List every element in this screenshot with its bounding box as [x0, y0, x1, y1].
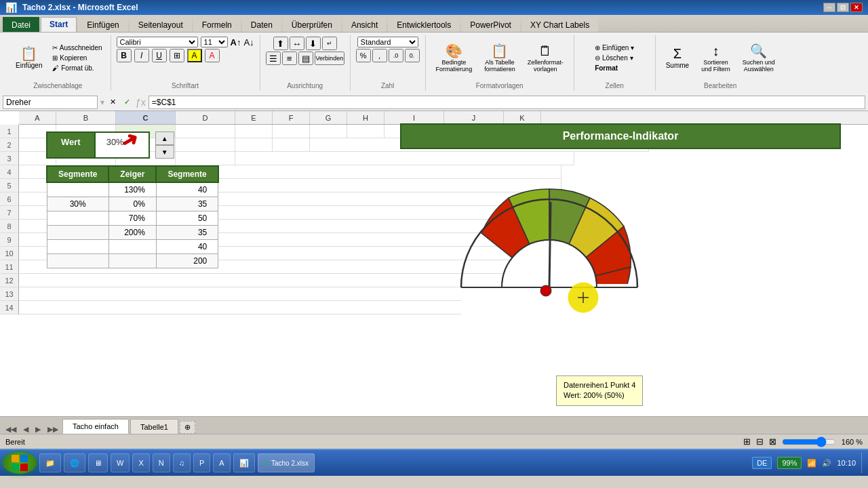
tab-daten[interactable]: Daten	[242, 17, 281, 32]
align-center-button[interactable]: ≡	[282, 52, 297, 65]
cell-d2[interactable]	[176, 138, 235, 152]
tab-ueberpruefen[interactable]: Überprüfen	[283, 17, 341, 32]
kopieren-button[interactable]: ⊞ Kopieren	[50, 54, 104, 62]
taskbar-word[interactable]: W	[111, 453, 130, 472]
percent-button[interactable]: %	[356, 49, 371, 62]
view-page-button[interactable]: ⊠	[769, 436, 776, 447]
taskbar-powerpoint[interactable]: P	[193, 453, 210, 472]
format-uebertragen-button[interactable]: 🖌 Format üb.	[50, 64, 104, 73]
alignment-label: Ausrichtung	[287, 79, 323, 89]
tab-einfuegen[interactable]: Einfügen	[78, 17, 127, 32]
cell-d1[interactable]	[176, 125, 235, 138]
sheet-tab-tacho[interactable]: Tacho einfach	[62, 419, 129, 434]
tab-datei[interactable]: Datei	[3, 17, 39, 32]
col-header-e: E	[235, 111, 273, 124]
taskbar-misc[interactable]: 📊	[233, 453, 255, 472]
number-format-select[interactable]: Standard	[357, 37, 418, 47]
tab-ansicht[interactable]: Ansicht	[342, 17, 387, 32]
scroll-right-button[interactable]: ▶▶	[45, 425, 61, 434]
cell-f2[interactable]	[273, 138, 310, 152]
tab-seitenlayout[interactable]: Seitenlayout	[130, 17, 192, 32]
align-bottom-button[interactable]: ⬇	[306, 37, 321, 50]
loeschen-button[interactable]: ⊖ Löschen ▾	[592, 54, 637, 62]
increase-font-button[interactable]: A↑	[231, 37, 241, 47]
cell-f1[interactable]	[273, 125, 310, 138]
format-button[interactable]: Format	[592, 64, 637, 73]
tab-formeln[interactable]: Formeln	[193, 17, 241, 32]
formula-input[interactable]: =$C$1	[149, 96, 865, 109]
taskbar: 📁 🌐 🖥 W X N ♫ P A 📊 X Tacho 2.xlsx DE 99…	[0, 449, 868, 476]
als-tabelle-formatieren-button[interactable]: 📋 Als Tabelleformatieren	[479, 41, 520, 76]
taskbar-system[interactable]: 🖥	[88, 453, 108, 472]
zoom-slider[interactable]	[782, 436, 836, 447]
zellenformatvorlagen-button[interactable]: 🗒 Zellenformat-vorlagen	[523, 41, 568, 76]
taskbar-onenote[interactable]: N	[153, 453, 170, 472]
formula-confirm-button[interactable]: ✓	[121, 98, 133, 106]
start-button[interactable]	[3, 452, 37, 474]
view-normal-button[interactable]: ⊞	[743, 436, 751, 447]
cell-g1[interactable]	[310, 125, 347, 138]
gauge-needle	[549, 203, 551, 287]
view-layout-button[interactable]: ⊟	[756, 436, 764, 447]
align-left-button[interactable]: ☰	[266, 52, 281, 65]
bedingte-formatierung-button[interactable]: 🎨 BedingteFormatierung	[431, 41, 477, 76]
summe-button[interactable]: Σ Summe	[661, 43, 694, 73]
show-desktop-button[interactable]	[861, 453, 865, 473]
minimize-button[interactable]: ─	[823, 3, 835, 12]
decimal-dec-button[interactable]: 0.	[405, 49, 420, 62]
scroll-prev-button[interactable]: ◀	[20, 425, 31, 434]
tooltip-line1: Datenreihen1 Punkt 4	[564, 380, 635, 390]
align-middle-button[interactable]: ↔	[290, 37, 304, 50]
gauge-chart[interactable]: 30%	[420, 152, 678, 330]
underline-button[interactable]: U	[152, 49, 167, 62]
new-sheet-button[interactable]: ⊕	[180, 421, 195, 434]
taskbar-excel-active[interactable]: X Tacho 2.xlsx	[258, 453, 315, 472]
network-icon: 📶	[807, 459, 816, 468]
close-button[interactable]: ✕	[850, 3, 863, 12]
border-button[interactable]: ⊞	[170, 49, 184, 62]
fill-color-button[interactable]: A	[187, 49, 202, 62]
cell-e2[interactable]	[235, 138, 273, 152]
bold-button[interactable]: B	[117, 49, 132, 62]
einfuegen-zellen-button[interactable]: ⊕ Einfügen ▾	[592, 43, 637, 52]
decrement-button[interactable]: ▼	[155, 145, 174, 159]
restore-button[interactable]: ⊡	[837, 3, 849, 12]
taskbar-access[interactable]: A	[213, 453, 230, 472]
sheet-tab-tabelle1[interactable]: Tabelle1	[130, 419, 178, 434]
tab-xy-chart[interactable]: XY Chart Labels	[521, 17, 598, 32]
einfuegen-button[interactable]: 📋 Einfügen	[11, 43, 47, 73]
cell-e1[interactable]	[235, 125, 273, 138]
font-name-select[interactable]: Calibri	[117, 37, 198, 47]
suchen-button[interactable]: 🔍 Suchen undAuswählen	[738, 41, 780, 76]
taskbar-ie[interactable]: 🌐	[64, 453, 85, 472]
font-color-button[interactable]: A	[205, 49, 220, 62]
tab-entwicklertools[interactable]: Entwicklertools	[388, 17, 460, 32]
scroll-left-button[interactable]: ◀◀	[3, 425, 19, 434]
sortieren-button[interactable]: ↕ Sortierenund Filtern	[696, 41, 735, 76]
decrease-font-button[interactable]: A↓	[243, 37, 254, 47]
cell-seg1-r5	[47, 240, 108, 254]
wrap-text-button[interactable]: ↵	[322, 37, 337, 50]
taskbar-excel[interactable]: X	[132, 453, 149, 472]
decimal-inc-button[interactable]: .0	[389, 49, 403, 62]
align-right-button[interactable]: ▤	[298, 52, 313, 65]
tab-powerpivot[interactable]: PowerPivot	[461, 17, 520, 32]
taskbar-media[interactable]: ♫	[173, 453, 191, 472]
formula-bar: Dreher ▾ ✕ ✓ ƒx =$C$1	[0, 94, 868, 111]
merge-button[interactable]: Verbinden	[315, 52, 344, 65]
cell-h1[interactable]	[347, 125, 384, 138]
font-size-select[interactable]: 11	[201, 37, 228, 47]
italic-button[interactable]: I	[134, 49, 149, 62]
formula-cancel-button[interactable]: ✕	[107, 98, 119, 106]
name-box[interactable]: Dreher	[3, 96, 98, 109]
language-indicator[interactable]: DE	[752, 457, 772, 469]
align-top-button[interactable]: ⬆	[273, 37, 288, 50]
ausschneiden-button[interactable]: ✂ Ausschneiden	[50, 43, 104, 52]
window-controls[interactable]: ─ ⊡ ✕	[823, 3, 863, 12]
tab-start[interactable]: Start	[41, 17, 77, 32]
spreadsheet-area: A B C D E F G H I J K 1 2	[0, 111, 868, 416]
scroll-next-button[interactable]: ▶	[33, 425, 43, 434]
taskbar-explorer[interactable]: 📁	[39, 453, 61, 472]
increment-button[interactable]: ▲	[155, 131, 174, 145]
thousands-button[interactable]: ,	[372, 49, 387, 62]
